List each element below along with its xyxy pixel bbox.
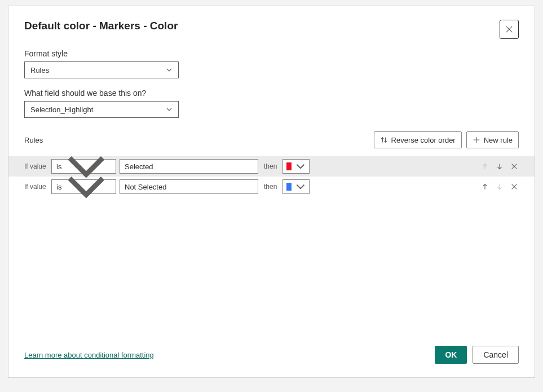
operator-value: is (56, 162, 61, 171)
arrow-down-icon (496, 183, 504, 191)
chevron-down-icon (166, 106, 173, 113)
chevron-down-icon (295, 161, 306, 172)
then-label: then (264, 162, 277, 170)
rule-row-actions (480, 162, 519, 171)
dialog-footer: Learn more about conditional formatting … (24, 346, 519, 364)
field-base-dropdown[interactable]: Selection_Highlight (24, 101, 179, 118)
format-style-dropdown[interactable]: Rules (24, 61, 179, 78)
close-icon (510, 162, 518, 170)
plus-icon (473, 136, 480, 144)
reverse-color-order-label: Reverse color order (391, 136, 456, 144)
new-rule-label: New rule (484, 136, 513, 144)
format-style-label: Format style (24, 49, 519, 58)
delete-rule-button[interactable] (510, 182, 519, 191)
close-icon (510, 183, 518, 191)
then-label: then (264, 183, 277, 191)
rule-value-input[interactable] (120, 179, 258, 194)
operator-value: is (56, 183, 61, 191)
rule-row-actions (480, 182, 519, 191)
chevron-down-icon (295, 181, 306, 192)
field-base-value: Selection_Highlight (30, 105, 166, 114)
dialog-header: Default color - Markers - Color (24, 20, 519, 39)
close-button[interactable] (500, 20, 519, 39)
format-style-group: Format style Rules (24, 49, 519, 78)
ok-button[interactable]: OK (435, 346, 467, 364)
conditional-formatting-dialog: Default color - Markers - Color Format s… (8, 6, 535, 378)
color-swatch (286, 162, 291, 170)
rule-row: If value is then (8, 177, 535, 197)
learn-more-link[interactable]: Learn more about conditional formatting (24, 351, 154, 359)
color-swatch (286, 183, 291, 191)
if-value-label: If value (24, 183, 48, 191)
arrow-up-icon (481, 162, 489, 170)
field-base-label: What field should we base this on? (24, 89, 519, 98)
dialog-title: Default color - Markers - Color (24, 20, 178, 32)
color-picker[interactable] (282, 159, 310, 174)
move-up-button (480, 162, 489, 171)
delete-rule-button[interactable] (510, 162, 519, 171)
chevron-down-icon (166, 67, 173, 73)
move-down-button[interactable] (495, 162, 504, 171)
footer-buttons: OK Cancel (435, 346, 519, 364)
chevron-down-icon (61, 162, 111, 212)
rules-actions: Reverse color order New rule (374, 131, 519, 148)
move-up-button[interactable] (480, 182, 489, 191)
arrow-up-icon (481, 183, 489, 191)
color-picker[interactable] (282, 179, 310, 194)
rules-list: If value is then (8, 156, 535, 197)
reverse-color-order-button[interactable]: Reverse color order (374, 131, 462, 148)
arrow-down-icon (496, 162, 504, 170)
swap-icon (380, 136, 388, 144)
rule-value-input[interactable] (120, 159, 258, 174)
if-value-label: If value (24, 162, 48, 170)
rules-label: Rules (24, 136, 43, 144)
format-style-value: Rules (30, 66, 166, 74)
close-icon (505, 25, 513, 33)
operator-dropdown[interactable]: is (51, 179, 116, 194)
new-rule-button[interactable]: New rule (466, 131, 519, 148)
cancel-button[interactable]: Cancel (473, 346, 519, 364)
field-base-group: What field should we base this on? Selec… (24, 89, 519, 118)
move-down-button (495, 182, 504, 191)
